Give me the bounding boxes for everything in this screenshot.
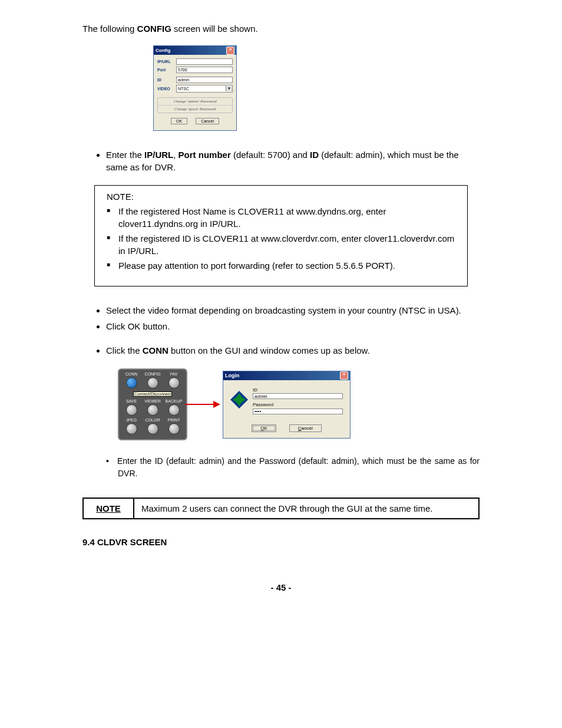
ipurl-input[interactable] <box>176 58 233 65</box>
note-item: If the registered ID is CLOVER11 at www.… <box>107 232 455 257</box>
gui-print-cell[interactable]: PRINT <box>165 418 183 434</box>
note-item: If the registered Host Name is CLOVER11 … <box>107 205 455 230</box>
arrow-icon <box>185 398 220 410</box>
page-number: - 45 - <box>82 582 480 592</box>
bullet-video-format: Select the video format depending on bro… <box>106 304 480 317</box>
section-heading: 9.4 CLDVR SCREEN <box>82 537 480 547</box>
video-select[interactable]: NTSC ▼ <box>176 85 233 93</box>
login-ok-button[interactable]: OK <box>252 424 276 432</box>
gui-color-cell[interactable]: COLOR <box>144 418 161 434</box>
jpeg-knob-icon <box>126 423 137 434</box>
login-password-input[interactable] <box>253 409 343 414</box>
bullet-click-conn: Click the CONN button on the GUI and win… <box>106 344 480 357</box>
gui-fav-cell[interactable]: FAV <box>165 372 183 388</box>
login-cancel-button[interactable]: Cancel <box>289 424 322 432</box>
tooltip: Connect/Disconnect <box>133 391 173 397</box>
note-label: NOTE <box>83 498 134 519</box>
save-knob-icon <box>126 404 137 416</box>
bullet-enter-ip: Enter the IP/URL, Port number (default: … <box>106 149 480 173</box>
login-dialog: Login × ID Password OK <box>223 371 351 439</box>
gui-conn-cell[interactable]: CONN <box>123 372 140 388</box>
port-input[interactable] <box>176 67 233 73</box>
login-id-input[interactable] <box>253 393 343 399</box>
port-label: Port <box>157 68 176 72</box>
config-title: Config <box>156 48 170 53</box>
config-dialog: Config × IP/URL Port ID VIDEO NTSC ▼ <box>153 45 237 131</box>
ipurl-label: IP/URL <box>157 60 176 64</box>
id-label: ID <box>157 78 176 82</box>
note-box-1: NOTE: If the registered Host Name is CLO… <box>94 185 468 286</box>
close-icon[interactable]: × <box>226 47 234 55</box>
note-title: NOTE: <box>107 192 455 202</box>
gui-save-cell[interactable]: SAVE <box>123 399 140 416</box>
fav-knob-icon <box>168 377 180 388</box>
config-ok-button[interactable]: OK <box>171 118 187 124</box>
bullet-enter-id-pw: Enter the ID (default: admin) and the Pa… <box>118 455 480 480</box>
conn-knob-icon <box>126 377 137 388</box>
config-cancel-button[interactable]: Cancel <box>196 118 219 124</box>
note-table: NOTE Maximum 2 users can connect the DVR… <box>82 498 480 519</box>
viewer-knob-icon <box>147 404 158 416</box>
gui-backup-cell[interactable]: BACKUP <box>165 399 183 416</box>
login-id-label: ID <box>253 387 343 393</box>
config-knob-icon <box>147 377 158 388</box>
svg-marker-1 <box>213 401 220 408</box>
print-knob-icon <box>168 423 180 434</box>
gui-jpeg-cell[interactable]: JPEG <box>123 418 140 434</box>
chevron-down-icon: ▼ <box>226 86 232 91</box>
login-titlebar: Login × <box>223 371 350 380</box>
login-title: Login <box>225 373 240 378</box>
note-item: Please pay attention to port forwarding … <box>107 259 455 272</box>
intro-text: The following CONFIG screen will be show… <box>82 24 480 34</box>
login-password-label: Password <box>253 402 343 407</box>
change-admin-pw-button[interactable]: Change 'admin' Password <box>158 98 232 106</box>
note-text: Maximum 2 users can connect the DVR thro… <box>134 498 479 519</box>
id-input[interactable] <box>176 77 233 83</box>
color-knob-icon <box>147 423 158 434</box>
config-titlebar: Config × <box>154 46 236 55</box>
backup-knob-icon <box>168 404 180 416</box>
gui-viewer-cell[interactable]: VIEWER <box>144 399 161 416</box>
video-label: VIDEO <box>157 87 176 91</box>
gui-panel: CONN CONFIG FAV Connect/Disconnect SAVE <box>118 368 187 440</box>
login-logo-icon <box>230 391 248 409</box>
change-guest-pw-button[interactable]: Change 'guest' Password <box>158 106 232 113</box>
gui-config-cell[interactable]: CONFIG <box>144 372 161 388</box>
close-icon[interactable]: × <box>340 371 348 380</box>
bullet-click-ok: Click OK button. <box>106 320 480 332</box>
